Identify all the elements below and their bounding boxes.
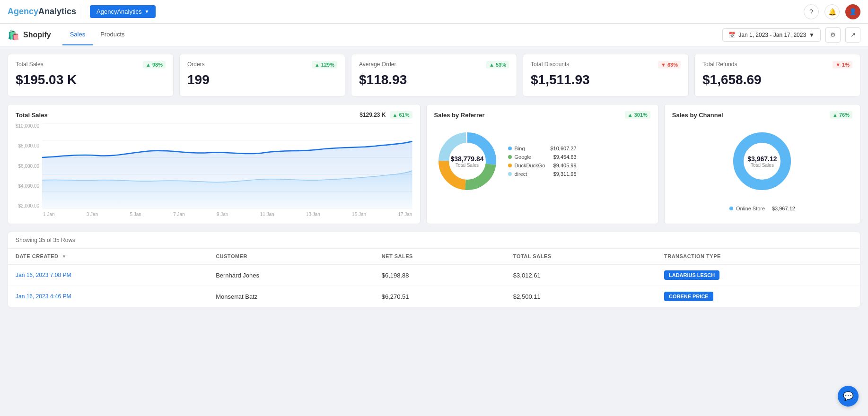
kpi-label: Total Discounts	[531, 61, 569, 68]
kpi-card: Total Sales ▲ 98% $195.03 K	[8, 54, 174, 96]
kpi-label: Average Order	[359, 61, 396, 68]
channel-donut-center: $3,967.12 Total Sales	[747, 155, 777, 168]
kpi-card: Total Discounts ▼ 63% $1,511.93	[523, 54, 689, 96]
table-info: Showing 35 of 35 Rows	[8, 232, 860, 249]
table-cell-transaction: CORENE PRICE	[657, 286, 860, 307]
sub-navigation: 🛍️ Shopify Sales Products 📅 Jan 1, 2023 …	[0, 24, 868, 46]
question-icon: ?	[809, 8, 813, 16]
columns-icon: ⚙	[830, 31, 836, 38]
transaction-badge[interactable]: CORENE PRICE	[664, 292, 713, 301]
referrer-donut-center: $38,779.84 Total Sales	[450, 155, 483, 168]
brand-analytics: Analytics	[38, 7, 76, 16]
notifications-button[interactable]: 🔔	[824, 4, 840, 19]
nav-divider	[83, 5, 83, 19]
col-net-sales: NET SALES	[374, 249, 506, 264]
kpi-cards-row: Total Sales ▲ 98% $195.03 K Orders ▲ 129…	[8, 54, 860, 96]
kpi-card: Orders ▲ 129% 199	[179, 54, 345, 96]
share-button[interactable]: ↗	[845, 27, 860, 43]
kpi-value: $118.93	[359, 72, 509, 87]
kpi-value: $1,511.93	[531, 72, 681, 87]
referrer-donut-section: $38,779.84 Total Sales Bing $10,607.27 G…	[434, 123, 650, 199]
x-axis-label: 1 Jan	[43, 212, 54, 217]
page-tabs: Sales Products	[62, 24, 132, 45]
chevron-down-icon: ▼	[144, 9, 149, 14]
nav-right-actions: ? 🔔 👤	[804, 4, 860, 19]
legend-dot	[508, 147, 512, 150]
help-button[interactable]: ?	[804, 4, 819, 19]
table-cell-date: Jan 16, 2023 4:46 PM	[8, 286, 208, 307]
table-row: Jan 16, 2023 4:46 PM Monserrat Batz $6,2…	[8, 286, 860, 307]
legend-dot	[729, 207, 733, 210]
table-row: Jan 16, 2023 7:08 PM Bernhard Jones $6,1…	[8, 264, 860, 286]
kpi-card-header: Total Sales ▲ 98%	[16, 61, 166, 69]
line-chart-svg	[42, 123, 412, 208]
table-header-row: DATE CREATED ▼ CUSTOMER NET SALES TOTAL …	[8, 249, 860, 264]
legend-label: DuckDuckGo	[515, 163, 548, 168]
referrer-center-amount: $38,779.84	[450, 155, 483, 163]
kpi-card-header: Average Order ▲ 53%	[359, 61, 509, 69]
kpi-value: $195.03 K	[16, 72, 166, 87]
tab-products[interactable]: Products	[93, 24, 132, 45]
table-row-count: Showing 35 of 35 Rows	[16, 237, 75, 243]
chart-value-label: $129.23 K	[359, 112, 386, 118]
chart-header: Total Sales $129.23 K ▲ 61%	[16, 111, 412, 119]
charts-row: Total Sales $129.23 K ▲ 61% $10,000.00$8…	[8, 104, 860, 224]
sort-icon: ▼	[62, 254, 67, 259]
tab-sales[interactable]: Sales	[62, 24, 93, 45]
kpi-badge: ▲ 53%	[486, 61, 509, 69]
channel-center-amount: $3,967.12	[747, 155, 777, 163]
kpi-label: Orders	[187, 61, 205, 68]
y-axis-label: $6,000.00	[16, 164, 39, 169]
legend-label: direct	[515, 171, 548, 177]
x-axis-label: 15 Jan	[352, 212, 366, 217]
table-cell-date: Jan 16, 2023 7:08 PM	[8, 264, 208, 286]
legend-item: Google $9,454.63	[508, 154, 577, 160]
date-range-button[interactable]: 📅 Jan 1, 2023 - Jan 17, 2023 ▼	[722, 28, 821, 42]
chart-meta: $129.23 K ▲ 61%	[359, 111, 412, 119]
data-table: DATE CREATED ▼ CUSTOMER NET SALES TOTAL …	[8, 249, 860, 307]
transaction-badge[interactable]: LADARIUS LESCH	[664, 270, 719, 280]
kpi-card-header: Total Refunds ▼ 1%	[702, 61, 852, 69]
agency-dropdown-label: AgencyAnalytics	[96, 8, 141, 15]
columns-button[interactable]: ⚙	[825, 27, 841, 43]
data-table-card: Showing 35 of 35 Rows DATE CREATED ▼ CUS…	[8, 232, 860, 307]
col-date-created[interactable]: DATE CREATED ▼	[8, 249, 208, 264]
chart-badge: ▲ 61%	[390, 111, 412, 119]
y-axis-label: $4,000.00	[16, 183, 39, 189]
kpi-card: Total Refunds ▼ 1% $1,658.69	[694, 54, 860, 96]
x-axis-label: 13 Jan	[306, 212, 320, 217]
kpi-card-header: Orders ▲ 129%	[187, 61, 337, 69]
table-cell-customer: Bernhard Jones	[208, 264, 374, 286]
legend-value: $9,311.95	[553, 171, 577, 177]
col-customer: CUSTOMER	[208, 249, 374, 264]
col-transaction-type: TRANSACTION TYPE	[657, 249, 860, 264]
shopify-icon: 🛍️	[8, 29, 19, 41]
page-title: Shopify	[23, 31, 51, 39]
x-axis-label: 7 Jan	[173, 212, 184, 217]
legend-value: $9,405.99	[553, 163, 577, 168]
table-header: DATE CREATED ▼ CUSTOMER NET SALES TOTAL …	[8, 249, 860, 264]
brand-logo[interactable]: AgencyAnalytics	[8, 7, 76, 17]
kpi-badge: ▼ 1%	[833, 61, 852, 69]
kpi-badge: ▼ 63%	[658, 61, 681, 69]
referrer-chart-title: Sales by Referrer	[434, 112, 485, 119]
agency-dropdown-button[interactable]: AgencyAnalytics ▼	[90, 5, 156, 18]
user-avatar[interactable]: 👤	[845, 4, 860, 19]
legend-item: direct $9,311.95	[508, 171, 577, 177]
table-cell-total-sales: $2,500.11	[506, 286, 657, 307]
referrer-donut: $38,779.84 Total Sales	[434, 128, 500, 194]
x-axis-label: 17 Jan	[398, 212, 412, 217]
legend-label: Google	[515, 154, 548, 160]
table-cell-customer: Monserrat Batz	[208, 286, 374, 307]
channel-center-sub: Total Sales	[747, 163, 777, 168]
table-cell-net-sales: $6,270.51	[374, 286, 506, 307]
share-icon: ↗	[850, 31, 856, 38]
legend-dot	[508, 155, 512, 159]
legend-label: Bing	[515, 146, 548, 151]
legend-value: $9,454.63	[553, 154, 577, 160]
x-axis-labels: 1 Jan3 Jan5 Jan7 Jan9 Jan11 Jan13 Jan15 …	[42, 212, 412, 217]
chevron-down-icon: ▼	[809, 32, 815, 38]
table-cell-total-sales: $3,012.61	[506, 264, 657, 286]
legend-item: DuckDuckGo $9,405.99	[508, 163, 577, 168]
referrer-legend: Bing $10,607.27 Google $9,454.63 DuckDuc…	[508, 146, 577, 177]
